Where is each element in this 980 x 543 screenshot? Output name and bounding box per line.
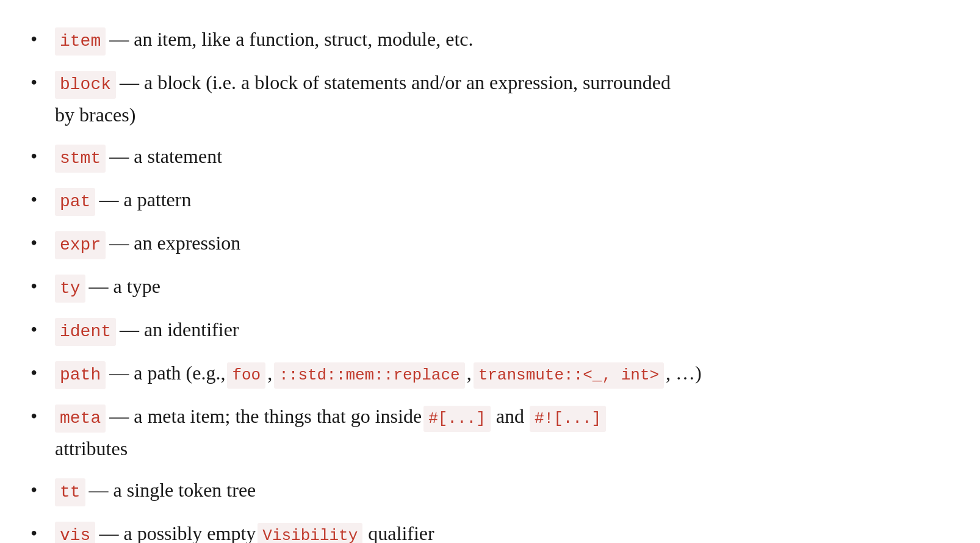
- code-token-ident: ident: [55, 318, 116, 346]
- list-item: item — an item, like a function, struct,…: [24, 18, 949, 62]
- list-item: ty — a type: [24, 265, 949, 309]
- code-token-item: item: [55, 27, 106, 56]
- expr-description: — an expression: [109, 228, 240, 257]
- meta-inline-code2: #![...]: [530, 406, 606, 432]
- list-item: stmt — a statement: [24, 135, 949, 179]
- vis-inline-token: Visibility: [258, 523, 362, 543]
- block-description-part2: by braces): [55, 100, 949, 129]
- block-description-part1: — a block (i.e. a block of statements an…: [120, 68, 671, 97]
- ident-description: — an identifier: [120, 315, 239, 344]
- code-token-pat: pat: [55, 188, 95, 216]
- meta-and-text: and: [496, 401, 524, 431]
- list-item: path — a path (e.g., foo , ::std::mem::r…: [24, 352, 949, 395]
- list-item: expr — an expression: [24, 222, 949, 265]
- path-comma1: ,: [267, 358, 272, 387]
- path-example-transmute: transmute::<_, int>: [474, 362, 664, 389]
- path-desc-prefix: — a path (e.g.,: [109, 358, 225, 387]
- meta-desc-part1: — a meta item; the things that go inside: [109, 401, 422, 431]
- code-token-ty: ty: [55, 275, 85, 303]
- code-token-expr: expr: [55, 231, 106, 259]
- list-item: block — a block (i.e. a block of stateme…: [24, 62, 949, 135]
- code-token-meta: meta: [55, 405, 106, 433]
- list-item: meta — a meta item; the things that go i…: [24, 395, 949, 469]
- path-comma2: ,: [467, 358, 472, 387]
- path-example-replace: ::std::mem::replace: [274, 362, 464, 389]
- code-token-vis: vis: [55, 522, 95, 543]
- meta-desc-part2: attributes: [55, 434, 949, 463]
- tt-description: — a single token tree: [89, 475, 256, 505]
- ty-description: — a type: [89, 272, 160, 301]
- path-example-foo: foo: [227, 362, 265, 389]
- code-token-path: path: [55, 361, 106, 389]
- stmt-description: — a statement: [109, 142, 222, 171]
- path-desc-suffix: , …): [666, 358, 702, 387]
- code-token-tt: tt: [55, 478, 85, 506]
- code-token-block: block: [55, 71, 116, 99]
- item-description: — an item, like a function, struct, modu…: [109, 24, 473, 54]
- meta-inline-code1: #[...]: [423, 406, 491, 432]
- list-item: tt — a single token tree: [24, 469, 949, 512]
- code-token-stmt: stmt: [55, 145, 106, 173]
- list-item: vis — a possibly empty Visibility qualif…: [24, 512, 949, 543]
- list-item: ident — an identifier: [24, 309, 949, 352]
- pat-description: — a pattern: [99, 185, 191, 214]
- documentation-list: item — an item, like a function, struct,…: [24, 18, 949, 543]
- vis-desc-prefix: — a possibly empty: [99, 519, 256, 543]
- list-item: pat — a pattern: [24, 179, 949, 222]
- vis-desc-suffix: qualifier: [368, 519, 434, 543]
